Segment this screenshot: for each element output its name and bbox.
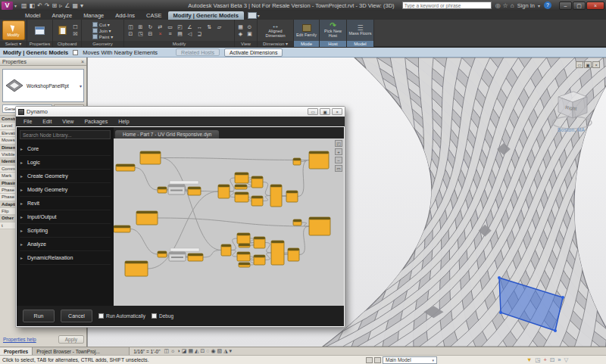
save-icon[interactable]: ◧ bbox=[30, 1, 36, 11]
detail-level-icon[interactable]: ▦ bbox=[188, 347, 193, 355]
dynamo-node-31[interactable] bbox=[125, 261, 148, 276]
mass-floors-button[interactable]: ☰ Mass Floors bbox=[349, 20, 372, 40]
dynamo-title-bar[interactable]: Dynamo ▭▣× bbox=[16, 107, 345, 117]
filter-icon[interactable]: ▼ bbox=[526, 356, 532, 364]
dynamo-canvas[interactable]: ◰+−▭ bbox=[114, 138, 344, 306]
dynamo-node-7[interactable] bbox=[235, 185, 247, 189]
run-automatically-checkbox[interactable] bbox=[98, 313, 104, 319]
modify-tool-icon-12[interactable]: ⊟ bbox=[146, 31, 155, 37]
lock-icon[interactable]: ▧ bbox=[217, 347, 223, 355]
view-tool-icon-0[interactable]: ▦ bbox=[236, 24, 245, 30]
cancel-button[interactable]: Cancel bbox=[61, 310, 92, 322]
dynamo-node-1[interactable] bbox=[116, 164, 135, 171]
filter-clear-icon[interactable]: ▽ bbox=[564, 356, 568, 364]
tab-project-browser[interactable]: Project Browser - TownProj... bbox=[33, 347, 130, 356]
ribbon-tab-addins[interactable]: Add-Ins bbox=[110, 11, 140, 20]
crop-region-icon[interactable]: ⊡ bbox=[200, 347, 205, 355]
dynamo-node-14[interactable] bbox=[309, 151, 329, 169]
clipboard-small-icons[interactable]: ☐☒ bbox=[71, 24, 80, 37]
dynamo-node-30[interactable] bbox=[309, 217, 330, 235]
modify-tool-icon-5[interactable]: ◰ bbox=[176, 24, 185, 30]
node-search-input[interactable]: Search Node Library... bbox=[20, 130, 111, 139]
node-graph[interactable] bbox=[114, 138, 339, 303]
viewcube[interactable]: Right bbox=[551, 85, 597, 132]
dynamo-node-9[interactable] bbox=[235, 192, 248, 202]
dynamo-node-26[interactable] bbox=[254, 255, 265, 265]
node-category-dynamicrelaxation[interactable]: DynamicRelaxation bbox=[20, 251, 111, 265]
dynamo-node-28[interactable] bbox=[288, 248, 299, 261]
design-option-select[interactable]: Main Model ▾ bbox=[383, 356, 437, 364]
modify-tool-icon-14[interactable]: ≡ bbox=[166, 31, 175, 37]
scale-button[interactable]: 1/16" = 1'-0" bbox=[130, 349, 164, 354]
sun-icon[interactable]: ☼ bbox=[170, 347, 175, 355]
node-category-creategeometry[interactable]: Create Geometry bbox=[20, 170, 111, 183]
canvas-button-0[interactable]: ◰ bbox=[335, 140, 342, 147]
modify-tool-icon-9[interactable]: ▱ bbox=[215, 24, 224, 30]
modify-tool-icon-15[interactable]: ▤ bbox=[176, 31, 185, 37]
properties-button[interactable] bbox=[29, 20, 51, 40]
dynamo-node-8[interactable] bbox=[251, 176, 263, 188]
view-tool-icon-2[interactable]: ◈ bbox=[236, 31, 245, 37]
minimize-button[interactable]: ▭ bbox=[308, 108, 318, 115]
measure-icon[interactable]: ∠ bbox=[64, 1, 70, 11]
dynamo-node-25[interactable] bbox=[239, 263, 250, 267]
search-icon[interactable]: ◎ bbox=[495, 2, 501, 9]
help-search-input[interactable] bbox=[402, 2, 492, 9]
modify-tool-icon-16[interactable]: ◁ bbox=[186, 31, 195, 37]
dynamo-node-0[interactable] bbox=[140, 151, 161, 164]
modify-tool-icon-8[interactable]: ⇅ bbox=[205, 24, 214, 30]
minimize-button[interactable]: ▭ bbox=[576, 61, 583, 68]
node-category-core[interactable]: Core bbox=[20, 142, 111, 156]
dynamo-node-13[interactable] bbox=[293, 158, 301, 165]
ribbon-tab-model[interactable]: Model bbox=[20, 11, 45, 20]
dynamo-node-21[interactable] bbox=[237, 233, 250, 244]
modify-tool-icon-0[interactable]: ◫ bbox=[127, 24, 136, 30]
node-category-logic[interactable]: Logic bbox=[20, 156, 111, 170]
dynamo-node-16[interactable] bbox=[114, 226, 130, 232]
open-icon[interactable]: ▥ bbox=[21, 1, 27, 11]
editable-only-icon[interactable]: ◳ bbox=[535, 356, 540, 364]
default-3d-view-icon[interactable]: ▦ bbox=[72, 1, 78, 11]
modify-icon[interactable]: ▹ bbox=[59, 1, 62, 11]
canvas-button-2[interactable]: − bbox=[335, 157, 342, 163]
node-category-analyze[interactable]: Analyze bbox=[20, 238, 111, 251]
dynamo-node-11[interactable] bbox=[270, 185, 282, 207]
view-tool-icon-3[interactable]: ▣ bbox=[245, 31, 254, 37]
crop-icon[interactable]: ◫ bbox=[164, 347, 169, 355]
type-selector[interactable]: WorkshopPanelRpt ▾ bbox=[2, 69, 84, 102]
tab-options-caret-icon[interactable]: ▾ bbox=[258, 13, 260, 18]
dynamo-node-20[interactable] bbox=[221, 244, 231, 256]
press-drag-icon[interactable]: » bbox=[558, 356, 561, 364]
menu-file[interactable]: File bbox=[23, 119, 32, 124]
node-category-modifygeometry[interactable]: Modify Geometry bbox=[20, 183, 111, 197]
modify-tool-icon-11[interactable]: ◳ bbox=[136, 31, 145, 37]
close-button[interactable]: × bbox=[332, 108, 342, 115]
related-hosts-button[interactable]: Related Hosts bbox=[176, 48, 220, 56]
ribbon-tab-analyze[interactable]: Analyze bbox=[46, 11, 77, 20]
render-icon[interactable]: ◪ bbox=[182, 347, 187, 355]
sign-in-button[interactable]: Sign In bbox=[517, 2, 535, 9]
debug-checkbox[interactable] bbox=[152, 313, 157, 319]
menu-help[interactable]: Help bbox=[118, 119, 129, 124]
node-category-revit[interactable]: Revit bbox=[20, 197, 111, 210]
undo-icon[interactable]: ↶ bbox=[37, 1, 42, 11]
aligned-dimension-button[interactable]: ↔ Aligned Dimension bbox=[264, 20, 287, 40]
maximize-button[interactable]: ▣ bbox=[584, 61, 592, 68]
modify-tool-icon-6[interactable]: ∠ bbox=[186, 24, 195, 30]
worksets-icon[interactable] bbox=[366, 357, 373, 363]
dynamo-node-24[interactable] bbox=[237, 252, 250, 261]
dynamo-node-10[interactable] bbox=[251, 196, 263, 206]
reveal-icon[interactable]: ◉ bbox=[211, 347, 215, 355]
panel-label-select[interactable]: Select ▾ bbox=[0, 41, 27, 47]
edit-family-button[interactable]: Edit Family bbox=[295, 20, 317, 40]
modify-tool-icon-13[interactable]: × bbox=[156, 31, 165, 37]
close-button[interactable]: × bbox=[586, 2, 604, 10]
panel-stack-icon[interactable] bbox=[248, 12, 257, 19]
modify-tool-icon-2[interactable]: ↻ bbox=[146, 24, 155, 30]
qat-more-icon[interactable]: ▾ bbox=[80, 1, 83, 11]
modify-tool-icon-4[interactable]: ▭ bbox=[166, 24, 175, 30]
dynamo-node-19[interactable] bbox=[188, 254, 203, 261]
modify-tool-icon-17[interactable]: ⊒ bbox=[195, 31, 205, 37]
dynamo-node-6[interactable] bbox=[235, 173, 248, 183]
dynamo-node-4[interactable] bbox=[188, 187, 201, 195]
